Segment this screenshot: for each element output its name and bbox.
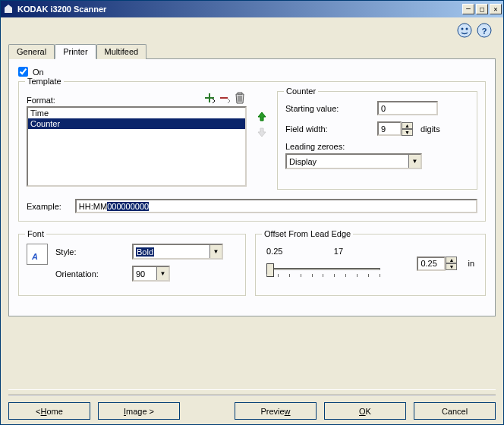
svg-rect-5 [220,97,228,99]
close-button[interactable]: ✕ [490,4,502,14]
spin-up-icon[interactable]: ▲ [446,257,457,263]
minimize-button[interactable]: ─ [462,4,474,14]
info-icon[interactable] [456,22,473,40]
field-width-unit: digits [421,124,440,134]
orientation-select[interactable]: 90 ▼ [132,266,170,282]
on-label: On [33,68,44,77]
on-checkbox-row[interactable]: On [18,67,486,77]
example-label: Example: [27,202,61,211]
leading-zeroes-value: Display [289,157,317,166]
svg-point-0 [458,24,471,37]
font-style-select[interactable]: Bold ▼ [132,244,223,260]
font-group: Font A Style: Bold ▼ [18,234,246,296]
tab-multifeed[interactable]: Multifeed [96,44,147,59]
offset-unit: in [468,259,474,268]
chevron-down-icon[interactable]: ▼ [156,267,169,280]
font-group-title: Font [25,229,46,238]
printer-page: On Template Format: [8,58,496,316]
ok-button[interactable]: OKOK [324,402,406,420]
footer: < HHomeome Image >Image PreviewPreview O… [8,389,496,420]
format-label: Format: [27,96,55,105]
font-preview-icon: A [27,244,48,265]
example-output: HH:MM000000000 [75,199,477,213]
chevron-down-icon[interactable]: ▼ [408,155,421,168]
tab-general[interactable]: General [8,44,55,59]
spin-down-icon[interactable]: ▼ [446,263,457,270]
image-button[interactable]: Image >Image [98,402,180,420]
starting-value-input[interactable] [377,101,438,115]
window-title: KODAK i3200 Scanner [17,5,462,14]
tab-bar: General Printer Multifeed [8,43,496,58]
slider-min-label: 0.25 [266,247,282,256]
offset-group-title: Offset From Lead Edge [262,229,353,238]
template-group-title: Template [25,77,64,86]
arrow-up-icon[interactable] [255,109,269,123]
spin-down-icon[interactable]: ▼ [402,129,413,136]
svg-text:A: A [31,252,38,261]
field-width-label: Field width: [285,124,373,134]
slider-max-label: 17 [334,247,343,256]
leading-zeroes-label: Leading zeroes: [285,142,469,151]
titlebar: KODAK i3200 Scanner ─ □ ✕ [1,1,503,17]
list-item[interactable]: Counter [28,118,245,129]
help-icon[interactable]: ? [476,22,493,40]
format-listbox[interactable]: Time Counter [27,106,247,187]
field-width-input[interactable] [377,121,402,136]
app-icon [2,3,14,15]
counter-group: Counter Starting value: Field width: ▲▼ [277,91,477,190]
tab-printer[interactable]: Printer [55,44,96,59]
remove-icon[interactable] [218,91,232,105]
style-label: Style: [55,247,128,257]
counter-group-title: Counter [284,87,318,96]
field-width-stepper[interactable]: ▲▼ [377,121,413,136]
offset-group: Offset From Lead Edge 0.25 17 [255,234,486,296]
svg-point-1 [461,28,464,30]
arrow-down-icon [255,126,269,140]
spin-up-icon[interactable]: ▲ [402,122,413,129]
on-checkbox[interactable] [18,67,28,77]
font-style-value: Bold [136,247,154,257]
svg-point-2 [466,28,468,30]
chevron-down-icon[interactable]: ▼ [209,245,222,258]
scanner-window: KODAK i3200 Scanner ─ □ ✕ ? General Prin… [0,0,504,425]
add-icon[interactable] [203,91,216,105]
trash-icon[interactable] [233,91,247,105]
template-group: Template Format: Time [18,81,486,222]
maximize-button[interactable]: □ [476,4,488,14]
preview-button[interactable]: PreviewPreview [235,402,317,420]
orientation-label: Orientation: [55,269,128,279]
leading-zeroes-select[interactable]: Display ▼ [285,153,422,169]
offset-value-input[interactable] [417,257,446,271]
offset-stepper[interactable]: ▲▼ [417,257,457,271]
starting-value-label: Starting value: [285,104,373,113]
home-button[interactable]: < HHomeome [8,402,90,420]
svg-text:?: ? [482,27,487,36]
orientation-value: 90 [136,269,145,279]
cancel-button[interactable]: Cancel [414,402,496,420]
list-item[interactable]: Time [28,108,245,118]
offset-slider[interactable] [266,257,380,280]
